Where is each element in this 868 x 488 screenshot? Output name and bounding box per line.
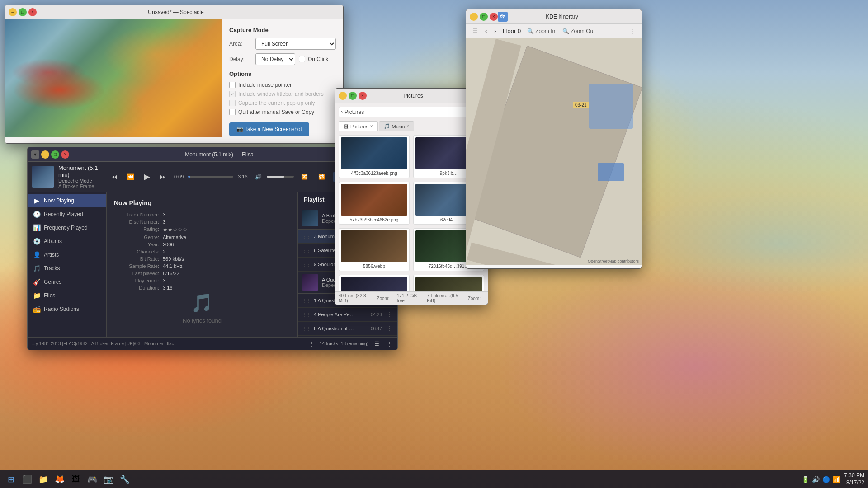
itinerary-map[interactable]: 03-21 OpenStreetMap contributors — [466, 38, 642, 265]
itinerary-more-button[interactable]: ⋮ — [627, 26, 638, 36]
sidebar-item-albums[interactable]: 💿 Albums — [28, 235, 106, 248]
zoom-in-button[interactable]: 🔍 Zoom In — [524, 26, 558, 36]
delay-select[interactable]: No Delay — [255, 53, 295, 65]
track5-menu-button[interactable]: ⋮ — [385, 310, 394, 319]
track6-menu-button[interactable]: ⋮ — [385, 324, 394, 333]
path-menu-button[interactable]: ⋮ — [307, 339, 316, 348]
spectacle-close-button[interactable]: × — [28, 8, 37, 16]
taskbar-spectacle[interactable]: 📷 — [101, 472, 116, 487]
fm-tabs: 🖼 Pictures × 🎵 Music × — [339, 121, 484, 131]
it-minimize-button[interactable]: – — [470, 13, 478, 21]
taskbar-start[interactable]: ⊞ — [4, 472, 18, 487]
map-blue-marker — [598, 163, 624, 181]
itinerary-forward-button[interactable]: › — [491, 26, 499, 36]
elisa-track-info: Monument (5.1 mix) Depeche Mode A Broken… — [58, 164, 104, 189]
taskbar-browser[interactable]: 🦊 — [52, 472, 67, 487]
spectacle-titlebar: – □ × Unsaved* — Spectacle — [5, 5, 343, 19]
systray-bluetooth-icon[interactable]: 🔵 — [822, 476, 830, 483]
fm-file-3[interactable]: 57b73b96bec4662e.png — [339, 182, 410, 225]
taskbar-files[interactable]: 📁 — [36, 472, 51, 487]
fm-close-button[interactable]: × — [359, 92, 367, 100]
frequently-played-label: Frequently Played — [44, 225, 88, 231]
taskbar-terminal[interactable]: ⬛ — [20, 472, 34, 487]
disc-number-label: Disc Number: — [114, 219, 159, 225]
sidebar-item-artists[interactable]: 👤 Artists — [28, 248, 106, 262]
sidebar-item-recently-played[interactable]: 🕐 Recently Played — [28, 207, 106, 221]
prev-track-button[interactable]: ⏪ — [124, 170, 137, 183]
playlist-track-5[interactable]: ⋮⋮ 4 People Are Pe… 04:23 ⋮ — [298, 308, 397, 322]
volume-slider[interactable] — [267, 176, 294, 178]
fm-file-8[interactable]: c15ab24f086eb7fc.png — [413, 275, 484, 293]
option-quit[interactable]: Quit after manual Save or Copy — [229, 109, 336, 115]
fm-file-7[interactable]: b262dab07fb37814.png — [339, 275, 410, 293]
take-screenshot-button[interactable]: 📷 Take a New Screenshot — [229, 122, 309, 136]
quit-checkbox[interactable] — [229, 109, 236, 115]
tab-music[interactable]: 🎵 Music × — [379, 121, 415, 131]
taskbar-app6[interactable]: 🎮 — [85, 472, 99, 487]
elisa-maximize-button[interactable]: □ — [51, 150, 59, 159]
file7-thumb — [341, 277, 407, 293]
fm-statusbar: 40 Files (32.8 MiB) Zoom: 171.2 GiB free… — [335, 291, 488, 305]
itinerary-back-button[interactable]: ‹ — [482, 26, 490, 36]
shuffle-button[interactable]: 🔀 — [298, 170, 311, 183]
rating-value[interactable]: ★★☆☆☆ — [163, 226, 188, 233]
progress-bar[interactable] — [188, 176, 233, 178]
fm-minimize-button[interactable]: – — [339, 92, 347, 100]
sidebar-item-radio[interactable]: 📻 Radio Stations — [28, 302, 106, 316]
statusbar-menu-button[interactable]: ⋮ — [385, 339, 394, 348]
elisa-minimize-button[interactable]: – — [41, 150, 49, 159]
taskbar-clock[interactable]: 7:30 PM 8/17/22 — [844, 472, 864, 486]
track-album: A Broken Frame — [58, 183, 104, 189]
itinerary-menu-button[interactable]: ☰ — [470, 26, 481, 36]
fm-file-5[interactable]: 5856.webp — [339, 228, 410, 271]
fm-file-1[interactable]: 4ff3c3a36123aeeb.png — [339, 135, 410, 178]
taskbar-app5[interactable]: 🖼 — [69, 472, 83, 487]
sidebar-item-tracks[interactable]: 🎵 Tracks — [28, 262, 106, 275]
fm-free-space: 171.2 GiB free — [397, 293, 424, 303]
file3-thumb — [341, 184, 407, 216]
elisa-close-button[interactable]: × — [61, 150, 69, 159]
taskbar-left: ⊞ ⬛ 📁 🦊 🖼 🎮 📷 🔧 — [4, 472, 802, 487]
spectacle-minimize-button[interactable]: – — [9, 8, 17, 16]
it-maximize-button[interactable]: □ — [480, 13, 488, 21]
tracks-view-button[interactable]: ☰ — [372, 339, 381, 348]
breadcrumb-arrow: › — [341, 109, 343, 115]
on-click-checkbox[interactable] — [299, 56, 305, 62]
mouse-pointer-checkbox[interactable] — [229, 82, 236, 88]
zoom-out-button[interactable]: 🔍 Zoom Out — [560, 26, 597, 36]
option-mouse-pointer[interactable]: Include mouse pointer — [229, 82, 336, 88]
next-button[interactable]: ⏭ — [157, 170, 170, 183]
tab-pictures-close[interactable]: × — [370, 124, 373, 129]
playcount-label: Play count: — [114, 278, 159, 283]
systray-volume-icon[interactable]: 🔊 — [812, 476, 820, 483]
systray-network-icon[interactable]: 📶 — [833, 476, 840, 483]
fm-files-count: 40 Files (32.8 MiB) — [339, 293, 373, 303]
sidebar-item-files[interactable]: 📁 Files — [28, 289, 106, 302]
progress-fill — [188, 176, 190, 178]
area-select[interactable]: Full Screen — [255, 38, 336, 50]
bitrate-value: 569 kbit/s — [163, 256, 184, 262]
on-click-option[interactable]: On Click — [299, 56, 328, 62]
sidebar-item-genres[interactable]: 🎸 Genres — [28, 275, 106, 289]
mouse-pointer-label: Include mouse pointer — [238, 82, 292, 88]
fm-maximize-button[interactable]: □ — [349, 92, 357, 100]
genres-icon: 🎸 — [33, 278, 40, 286]
spectacle-maximize-button[interactable]: □ — [19, 8, 27, 16]
taskbar-settings[interactable]: 🔧 — [118, 472, 132, 487]
sidebar-item-frequently-played[interactable]: 📊 Frequently Played — [28, 221, 106, 235]
elisa-collapse-button[interactable]: ▼ — [31, 150, 39, 159]
breadcrumb-label: Pictures — [344, 109, 364, 115]
volume-icon[interactable]: 🔊 — [252, 170, 265, 183]
sidebar-item-now-playing[interactable]: ▶ Now Playing — [28, 194, 106, 207]
play-button[interactable]: ▶ — [141, 170, 153, 183]
fm-folders-count: 7 Folders…(9.5 KiB) — [427, 293, 464, 303]
repeat-button[interactable]: 🔁 — [316, 170, 328, 183]
previous-button[interactable]: ⏮ — [108, 170, 121, 183]
it-close-button[interactable]: × — [490, 13, 498, 21]
tab-pictures[interactable]: 🖼 Pictures × — [339, 121, 378, 131]
zoom-out-icon: 🔍 — [562, 28, 569, 34]
map-time-badge: 03-21 — [573, 102, 589, 108]
tab-music-close[interactable]: × — [406, 124, 409, 129]
taskbar-right: 🔋 🔊 🔵 📶 7:30 PM 8/17/22 — [802, 472, 864, 486]
playlist-track-6[interactable]: ⋮⋮ 6 A Question of … 06:47 ⋮ — [298, 322, 397, 336]
